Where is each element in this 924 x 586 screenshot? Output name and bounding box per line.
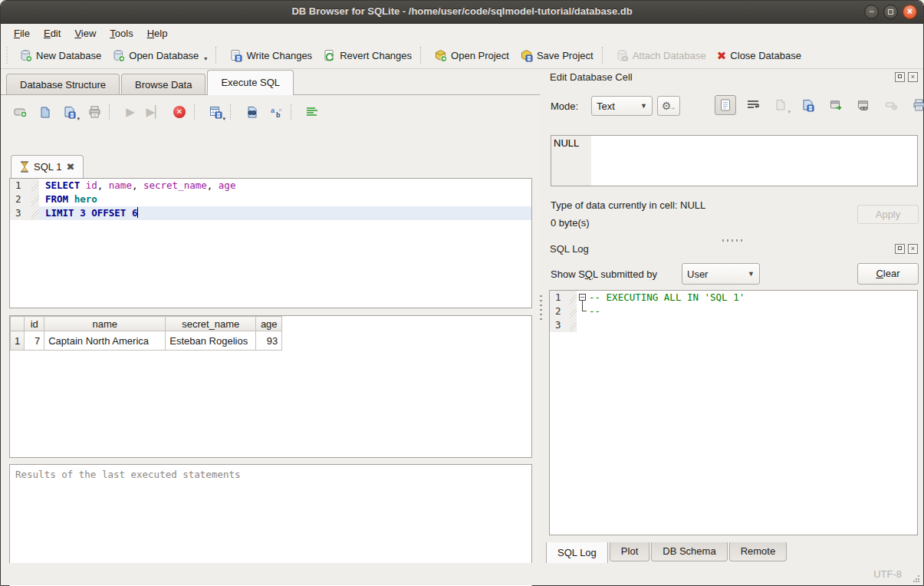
clear-cell-button[interactable] (880, 95, 902, 115)
cell-id[interactable]: 7 (25, 331, 44, 351)
editor-results-splitter[interactable] (9, 308, 532, 314)
row-header[interactable]: 1 (11, 331, 25, 351)
text-mode-button[interactable] (715, 95, 736, 115)
maximize-button[interactable] (883, 5, 898, 19)
close-sql-tab-icon[interactable]: ✖ (66, 161, 74, 173)
autocomplete-button[interactable]: ab (265, 102, 287, 122)
menu-view[interactable]: View (67, 26, 103, 41)
dock-tab-remote[interactable]: Remote (729, 542, 788, 561)
fold-margin[interactable] (577, 305, 589, 318)
column-header-secret_name[interactable]: secret_name (166, 317, 256, 331)
log-filter-combobox[interactable]: User ▼ (682, 263, 760, 285)
cell-name[interactable]: Captain North America (44, 331, 166, 351)
import-mode-button[interactable]: ⚙→ (657, 96, 680, 116)
dock-splitter[interactable] (549, 232, 918, 239)
execute-all-icon: ▶ (126, 105, 135, 119)
fold-margin[interactable]: – (577, 291, 589, 305)
close-dock-button[interactable]: × (908, 72, 918, 82)
dock-tab-sql-log[interactable]: SQL Log (546, 542, 608, 565)
titlebar[interactable]: DB Browser for SQLite - /home/user/code/… (1, 1, 923, 24)
sql-log-dock-buttons: × (895, 244, 918, 254)
attach-database-button[interactable]: Attach Database (610, 45, 712, 66)
copy-link-button[interactable] (853, 95, 874, 115)
new-tab-button[interactable] (10, 102, 31, 122)
open-project-icon (434, 49, 447, 62)
marker-margin (31, 179, 39, 193)
code-text: SELECT id, name, secret_name, age (39, 179, 531, 193)
apply-button[interactable]: Apply (857, 205, 919, 224)
toolbar-drag-handle[interactable] (6, 47, 12, 64)
text-mode-icon (720, 99, 731, 111)
close-database-button[interactable]: ✖ Close Database (712, 46, 807, 65)
log-line[interactable]: 2-- (550, 305, 917, 318)
tab-execute-sql[interactable]: Execute SQL (207, 70, 294, 95)
write-changes-button[interactable]: Write Changes (224, 45, 317, 66)
find-replace-icon (245, 106, 258, 119)
save-sql-file-button[interactable]: ▾ (59, 102, 81, 122)
chevron-down-icon: ▼ (748, 270, 755, 278)
toolbar-separator (602, 47, 607, 64)
sql-log-editor[interactable]: 1–-- EXECUTING ALL IN 'SQL 1'2--3 (549, 290, 918, 535)
close-dock-button[interactable]: × (908, 244, 918, 254)
import-data-button[interactable]: ▾ (770, 95, 791, 115)
fold-collapse-icon[interactable]: – (579, 294, 586, 301)
column-header-age[interactable]: age (256, 317, 282, 331)
menu-help[interactable]: Help (140, 26, 175, 41)
clear-log-button[interactable]: Clear (857, 263, 919, 285)
code-line[interactable]: 1SELECT id, name, secret_name, age (10, 179, 531, 193)
column-header-id[interactable]: id (25, 317, 44, 331)
fold-margin[interactable] (577, 318, 589, 332)
log-filter-value: User (687, 268, 742, 280)
tab-browse-data[interactable]: Browse Data (121, 74, 206, 95)
marker-margin (31, 206, 39, 220)
print-button[interactable] (84, 102, 105, 122)
log-line[interactable]: 3 (550, 318, 917, 332)
word-wrap-button[interactable] (742, 95, 764, 115)
print-cell-button[interactable] (908, 95, 924, 115)
open-database-button[interactable]: Open Database ▾ (107, 45, 212, 66)
save-sql-dropdown-arrow[interactable]: ▾ (77, 116, 80, 122)
mode-combobox[interactable]: Text ▼ (591, 96, 653, 116)
code-line[interactable]: 3LIMIT 3 OFFSET 6 (10, 206, 531, 220)
code-line[interactable]: 2FROM hero (10, 193, 531, 206)
open-external-button[interactable] (825, 95, 847, 115)
minimize-button[interactable]: − (864, 5, 879, 19)
export-results-dropdown-arrow[interactable]: ▾ (222, 116, 225, 122)
open-project-button[interactable]: Open Project (429, 45, 515, 66)
resize-grip[interactable] (912, 574, 920, 582)
mode-label: Mode: (551, 100, 578, 112)
format-button[interactable] (301, 102, 323, 122)
float-dock-button[interactable] (895, 72, 905, 82)
column-header-name[interactable]: name (44, 317, 166, 331)
tab-database-structure[interactable]: Database Structure (6, 74, 120, 95)
open-database-dropdown-arrow[interactable]: ▾ (204, 55, 207, 62)
execute-current-line-button[interactable]: ▶▏ (144, 102, 166, 122)
log-line[interactable]: 1–-- EXECUTING ALL IN 'SQL 1' (550, 291, 917, 305)
grid-corner[interactable] (11, 317, 25, 331)
find-replace-button[interactable] (241, 102, 262, 122)
revert-changes-button[interactable]: Revert Changes (317, 45, 417, 66)
dock-tab-db-schema[interactable]: DB Schema (651, 542, 727, 561)
float-dock-icon (898, 74, 902, 78)
cell-age[interactable]: 93 (256, 331, 282, 351)
results-message-splitter[interactable] (9, 458, 532, 464)
open-sql-file-button[interactable] (35, 102, 56, 122)
cell-value-editor[interactable]: NULL (551, 135, 918, 186)
cell-type-info: Type of data currently in cell: NULL (551, 199, 705, 211)
execute-all-button[interactable]: ▶ (120, 102, 141, 122)
sql-code-editor[interactable]: 1SELECT id, name, secret_name, age2FROM … (9, 178, 532, 308)
close-button[interactable]: × (903, 5, 917, 19)
stop-button[interactable]: ✕ (169, 102, 190, 122)
sql-tab[interactable]: SQL 1 ✖ (11, 155, 84, 178)
cell-secret_name[interactable]: Esteban Rogelios (166, 331, 256, 351)
save-as-button[interactable] (797, 95, 819, 115)
dock-tab-plot[interactable]: Plot (610, 542, 649, 561)
menu-file[interactable]: File (7, 26, 37, 41)
export-results-button[interactable]: ▾ (205, 102, 226, 122)
svg-text:b: b (276, 111, 281, 119)
save-project-button[interactable]: Save Project (515, 45, 599, 66)
menu-edit[interactable]: Edit (37, 26, 67, 41)
float-dock-button[interactable] (895, 244, 905, 254)
new-database-button[interactable]: New Database (14, 45, 107, 66)
menu-tools[interactable]: Tools (103, 26, 140, 41)
